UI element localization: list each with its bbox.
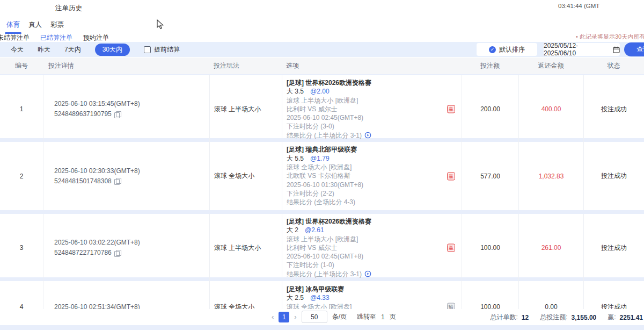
calendar-icon	[613, 46, 620, 53]
match-teams: 比利时 VS 威尔士	[287, 243, 462, 252]
next-page-icon[interactable]: ›	[294, 313, 296, 321]
filter-yesterday[interactable]: 昨天	[38, 45, 50, 54]
server-clock: 03:41:44 (GMT	[558, 3, 599, 9]
league-name: [足球] 世界杯2026欧洲资格赛	[287, 217, 462, 226]
tab-sports[interactable]: 体育	[6, 20, 20, 34]
option-cell: [足球] 世界杯2026欧洲资格赛 大 3.5@2.00 滚球 上半场大小 [欧…	[282, 75, 462, 143]
odds: @4.33	[310, 294, 330, 302]
result-score: 结果比分 (全场比分 4-3)	[287, 198, 462, 206]
bet-rows-area: 1 2025-06-10 03:15:45(GMT+8) 52484896371…	[0, 74, 644, 309]
early-settle-label: 提前结算	[154, 45, 180, 54]
checkbox-icon[interactable]	[144, 46, 151, 53]
total-count-value: 12	[522, 314, 529, 321]
bet-score: 下注时比分 (3-0)	[287, 122, 462, 131]
match-teams: 比利时 VS 威尔士	[287, 105, 462, 113]
mouse-cursor-icon	[157, 19, 165, 30]
filter-today[interactable]: 今天	[11, 45, 24, 54]
total-win-value: 2251.41	[620, 314, 643, 321]
bet-time: 2025-06-10 02:51:34(GMT+8)	[54, 302, 209, 310]
bet-detail-cell: 2025-06-10 03:02:22(GMT+8) 5248487227170…	[43, 214, 209, 282]
col-play: 投注玩法	[209, 61, 282, 70]
match-teams: 北欧联 VS 卡尔伯格斯	[287, 171, 462, 180]
play-type-cell: 滚球 全场大小	[209, 142, 282, 210]
table-row: 3 2025-06-10 03:02:22(GMT+8) 52484872271…	[0, 214, 644, 277]
col-stake: 投注额	[462, 61, 518, 70]
tab-lottery[interactable]: 彩票	[50, 20, 64, 34]
page-button-1[interactable]: 1	[279, 312, 289, 322]
total-count-label: 总计单数:	[491, 313, 518, 322]
stake-cell: 577.00	[462, 142, 518, 210]
filter-30days[interactable]: 30天内	[95, 44, 130, 56]
bet-time: 2025-06-10 03:02:22(GMT+8)	[54, 238, 209, 248]
jump-page-value[interactable]: 1	[381, 313, 385, 321]
play-type-cell: 滚球 上半场大小	[209, 214, 282, 282]
early-settle-checkbox[interactable]: 提前结算	[144, 45, 180, 54]
bottom-bar: ‹ 1 › 条/页 跳转至 1 页 总计单数: 12 总投注额: 3,155.0…	[0, 309, 644, 325]
status-cell: 投注成功	[583, 214, 644, 282]
row-number: 1	[0, 75, 43, 143]
row-number: 3	[0, 214, 43, 282]
query-button[interactable]: 查询	[624, 42, 644, 56]
pick: 大 5.5	[287, 155, 304, 162]
result-score: 结果比分 (上半场比分 3-1)	[287, 131, 362, 140]
odds: @2.61	[305, 226, 324, 234]
prev-page-icon[interactable]: ‹	[272, 313, 274, 321]
pick: 大 3.5	[287, 88, 304, 95]
quick-date-filters: 今天 昨天 7天内 30天内 提前结算	[11, 42, 180, 57]
option-cell: [足球] 瑞典北部甲级联赛 大 5.5@1.79 滚球 全场大小 [欧洲盘] 北…	[282, 142, 462, 210]
table-row: 2 2025-06-10 02:30:33(GMT+8) 52484815017…	[0, 142, 644, 210]
league-name: [足球] 冰岛甲级联赛	[287, 285, 462, 293]
pagination: ‹ 1 › 条/页 跳转至 1 页	[272, 311, 396, 323]
page-size-input[interactable]	[302, 311, 327, 323]
result-replay-icon[interactable]	[364, 132, 371, 139]
bet-score: 下注时比分 (2-2)	[287, 189, 462, 198]
date-range-picker[interactable]: 2025/05/12-2025/06/10	[544, 43, 620, 56]
totals-summary: 总计单数: 12 总投注额: 3,155.00 赢: 2251.41	[491, 313, 643, 322]
status-cell: 投注成功	[583, 142, 644, 210]
lose-badge: 输	[447, 303, 455, 310]
total-stake-value: 3,155.00	[572, 314, 597, 321]
bet-detail-cell: 2025-06-10 02:51:34(GMT+8)	[43, 281, 209, 309]
check-circle-icon: ✓	[489, 46, 496, 53]
filter-7days[interactable]: 7天内	[64, 45, 81, 54]
col-number: 编号	[0, 61, 43, 70]
bet-time: 2025-06-10 02:30:33(GMT+8)	[54, 166, 209, 176]
main-tabs: 体育 真人 彩票	[6, 20, 64, 34]
stake-cell: 100.00	[462, 281, 518, 309]
stake-cell: 200.00	[462, 75, 518, 143]
bet-detail-cell: 2025-06-10 03:15:45(GMT+8) 5248489637190…	[43, 75, 209, 143]
payout-cell: 261.00	[518, 214, 583, 282]
status-cell: 投注成功	[583, 281, 644, 309]
bet-time: 2025-06-10 03:15:45(GMT+8)	[54, 99, 209, 109]
match-time: 2025-06-10 01:30(GMT+8)	[287, 181, 462, 189]
sort-label: 默认排序	[499, 45, 525, 54]
odds: @2.00	[310, 88, 330, 95]
odds: @1.79	[310, 155, 330, 162]
page-title: 注单历史	[55, 4, 82, 13]
copy-icon[interactable]	[114, 250, 120, 256]
option-cell: [足球] 世界杯2026欧洲资格赛 大 2@2.61 滚球 上半场大小 [欧洲盘…	[282, 214, 462, 282]
page-unit-label: 页	[390, 312, 396, 321]
col-payout: 返还金额	[518, 61, 583, 70]
copy-icon[interactable]	[114, 178, 120, 184]
row-number: 4	[0, 281, 43, 309]
tab-live[interactable]: 真人	[28, 20, 42, 34]
default-sort-button[interactable]: ✓ 默认排序	[477, 43, 537, 56]
col-status: 状态	[583, 61, 644, 70]
league-name: [足球] 世界杯2026欧洲资格赛	[287, 78, 462, 87]
row-number: 2	[0, 142, 43, 210]
market: 滚球 全场大小 [欧洲盘]	[287, 303, 462, 309]
bet-score: 下注时比分 (1-0)	[287, 261, 462, 269]
bet-detail-cell: 2025-06-10 02:30:33(GMT+8) 5248481501748…	[43, 142, 209, 210]
win-badge: 赢	[447, 244, 455, 252]
order-id: 5248489637190795	[54, 109, 112, 119]
col-option: 选项	[282, 61, 462, 70]
match-time: 2025-06-10 02:45(GMT+8)	[287, 252, 462, 261]
market: 滚球 上半场大小 [欧洲盘]	[287, 235, 462, 243]
play-type-cell: 滚球 全场大小	[209, 281, 282, 309]
market: 滚球 上半场大小 [欧洲盘]	[287, 96, 462, 105]
copy-icon[interactable]	[114, 111, 120, 118]
per-page-label: 条/页	[332, 312, 347, 321]
record-retention-note: • 此记录将显示30天内所有已派彩的投	[576, 33, 644, 41]
result-replay-icon[interactable]	[364, 270, 371, 277]
